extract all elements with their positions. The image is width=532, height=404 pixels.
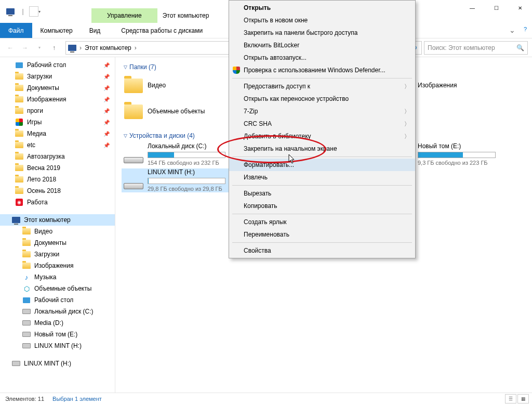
menu-item[interactable]: 7-Zip〉 <box>229 105 415 118</box>
sidebar-quick-item[interactable]: Документы📌 <box>0 82 115 94</box>
sidebar-pc-item[interactable]: Рабочий стол <box>0 294 115 306</box>
collapse-icon[interactable]: ▽ <box>124 133 127 138</box>
menu-item[interactable]: Включить BitLocker <box>229 39 415 51</box>
ribbon-expand-icon[interactable]: ⌄ <box>509 26 515 34</box>
submenu-arrow-icon: 〉 <box>404 133 410 140</box>
menu-item[interactable]: Открыть как переносное устройство <box>229 93 415 105</box>
menu-item[interactable]: Копировать <box>229 200 415 212</box>
system-menu-icon[interactable] <box>4 5 17 18</box>
ribbon-contextual-tab[interactable]: Управление <box>91 8 157 23</box>
help-icon[interactable]: ? <box>524 26 527 34</box>
sidebar-pc-item[interactable]: ♪Музыка <box>0 271 115 283</box>
sidebar-pc-item[interactable]: LINUX MINT (H:) <box>0 340 115 351</box>
view-details-button[interactable]: ☰ <box>505 394 516 403</box>
menu-item[interactable]: Добавить в библиотеку〉 <box>229 130 415 142</box>
sidebar-pc-item[interactable]: Media (D:) <box>0 317 115 329</box>
menu-item[interactable]: Открыть автозапуск... <box>229 51 415 64</box>
nav-forward-button[interactable]: → <box>19 42 31 54</box>
pin-icon: 📌 <box>103 108 110 114</box>
tab-view[interactable]: Вид <box>81 23 109 38</box>
sidebar-quick-item[interactable]: Игры📌 <box>0 116 115 128</box>
chevron-right-icon[interactable]: › <box>134 44 138 51</box>
menu-separator <box>232 242 412 243</box>
sidebar-quick-item[interactable]: проги📌 <box>0 105 115 116</box>
sidebar-pc-item[interactable]: Загрузки <box>0 249 115 260</box>
qat-properties-icon[interactable] <box>29 6 38 17</box>
folder-icon <box>15 118 24 126</box>
menu-item[interactable]: Переименовать <box>229 228 415 241</box>
sidebar-label: Игры <box>27 119 42 126</box>
drive-icon <box>123 170 144 191</box>
sidebar-pc-item[interactable]: Новый том (E:) <box>0 329 115 340</box>
sidebar-quick-item[interactable]: Изображения📌 <box>0 94 115 105</box>
menu-item-label: Форматировать... <box>244 161 294 168</box>
sidebar-quick-item[interactable]: Весна 2019 <box>0 162 115 174</box>
sidebar-quick-item[interactable]: Осень 2018 <box>0 185 115 197</box>
sidebar-label: Документы <box>27 84 59 92</box>
chevron-right-icon[interactable]: › <box>78 44 83 51</box>
minimize-button[interactable]: — <box>460 0 484 16</box>
sidebar-pc-item[interactable]: Видео <box>0 226 115 237</box>
folder-item[interactable]: Видео <box>122 74 246 98</box>
folder-item[interactable]: Объемные объекты <box>122 100 246 124</box>
menu-item[interactable]: Создать ярлык <box>229 216 415 228</box>
sidebar-drive-item[interactable]: LINUX MINT (H:) <box>0 358 115 369</box>
sidebar-pc-item[interactable]: Изображения <box>0 260 115 271</box>
address-segment[interactable]: Этот компьютер <box>83 44 134 51</box>
submenu-arrow-icon: 〉 <box>404 108 410 115</box>
sidebar-label: Медиа <box>27 130 46 137</box>
nav-history-dropdown[interactable]: ▾ <box>33 42 46 54</box>
folder-icon <box>15 72 24 81</box>
pin-icon: 📌 <box>103 85 110 91</box>
sidebar-quick-item[interactable]: Лето 2018 <box>0 174 115 185</box>
sidebar-label: Загрузки <box>34 251 59 258</box>
tab-computer[interactable]: Компьютер <box>32 23 81 38</box>
menu-item[interactable]: Вырезать <box>229 187 415 200</box>
menu-item[interactable]: Открыть в новом окне <box>229 14 415 27</box>
item-label: Объемные объекты <box>148 108 205 116</box>
sidebar-quick-item[interactable]: Медиа📌 <box>0 128 115 139</box>
menu-item[interactable]: Открыть <box>229 2 415 14</box>
tab-drive-tools[interactable]: Средства работы с дисками <box>109 23 215 38</box>
sidebar-this-pc[interactable]: Этот компьютер <box>0 214 115 226</box>
menu-item[interactable]: CRC SHA〉 <box>229 118 415 130</box>
menu-item[interactable]: Предоставить доступ к〉 <box>229 80 415 93</box>
sidebar-label: Работа <box>27 199 48 206</box>
menu-item-label: 7-Zip <box>244 108 258 115</box>
sidebar-label: Документы <box>34 239 66 246</box>
menu-item[interactable]: Закрепить на начальном экране <box>229 142 415 155</box>
close-button[interactable]: ✕ <box>508 0 532 16</box>
menu-item-label: Извлечь <box>244 174 268 181</box>
drive-item[interactable]: LINUX MINT (H:)29,8 ГБ свободно из 29,8 … <box>122 168 246 192</box>
sidebar-quick-item[interactable]: ◉Работа <box>0 197 115 208</box>
maximize-button[interactable]: ☐ <box>484 0 508 16</box>
drive-freespace: 154 ГБ свободно из 232 ГБ <box>148 159 225 166</box>
view-tiles-button[interactable]: ▦ <box>517 394 529 403</box>
folder-icon <box>123 75 144 97</box>
folder-icon <box>15 164 24 172</box>
menu-item[interactable]: Закрепить на панели быстрого доступа <box>229 27 415 39</box>
search-input[interactable]: Поиск: Этот компьютер 🔍 <box>424 41 528 55</box>
status-bar: Элементов: 11 Выбран 1 элемент ☰ ▦ <box>0 393 532 404</box>
drive-item[interactable]: Локальный диск (C:)154 ГБ свободно из 23… <box>122 142 246 166</box>
nav-up-button[interactable]: ↑ <box>48 42 60 54</box>
sidebar-pc-item[interactable]: ⬡Объемные объекты <box>0 283 115 294</box>
sidebar-label: Изображения <box>34 262 73 269</box>
sidebar-quick-item[interactable]: etc📌 <box>0 139 115 151</box>
sidebar-pc-item[interactable]: Локальный диск (C:) <box>0 306 115 317</box>
nav-back-button[interactable]: ← <box>4 42 17 54</box>
collapse-icon[interactable]: ▽ <box>124 64 127 70</box>
sidebar-quick-item[interactable]: Рабочий стол📌 <box>0 59 115 71</box>
sidebar-quick-item[interactable]: Автозагрузка <box>0 151 115 162</box>
tab-file[interactable]: Файл <box>0 23 32 38</box>
menu-item[interactable]: Форматировать... <box>229 159 415 171</box>
menu-item[interactable]: Извлечь <box>229 171 415 184</box>
sidebar-label: Новый том (E:) <box>34 331 77 338</box>
sidebar-pc-item[interactable]: Документы <box>0 237 115 249</box>
menu-item[interactable]: Свойства <box>229 244 415 257</box>
menu-item-label: Закрепить на начальном экране <box>244 145 337 152</box>
sidebar-quick-item[interactable]: Загрузки📌 <box>0 71 115 82</box>
menu-item[interactable]: Проверка с использованием Windows Defend… <box>229 64 415 76</box>
menu-item-label: Проверка с использованием Windows Defend… <box>244 67 385 74</box>
qat-dropdown-icon[interactable]: ▾ <box>38 9 45 14</box>
